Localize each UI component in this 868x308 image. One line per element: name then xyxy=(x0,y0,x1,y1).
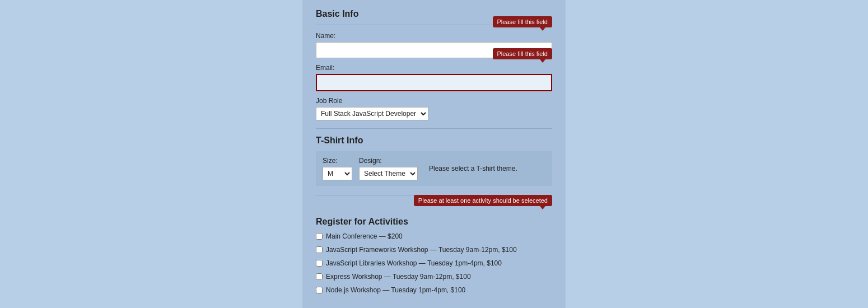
activity-label-1: Main Conference — $200 xyxy=(326,232,403,240)
tshirt-divider xyxy=(316,128,552,129)
name-label: Name: xyxy=(316,32,552,40)
tshirt-design-select[interactable]: Select Theme React Angular Vue Node.js xyxy=(359,167,418,180)
tshirt-box: Size: XS S M L XL XXL Design: xyxy=(316,151,552,186)
activities-divider: Please at least one activity should be s… xyxy=(316,195,552,195)
tshirt-hint: Please select a T-shirt theme. xyxy=(429,165,517,172)
activities-section: Register for Activities Main Conference … xyxy=(316,211,552,294)
tshirt-design-label: Design: xyxy=(359,157,418,165)
email-input[interactable] xyxy=(316,74,552,91)
activity-item-1: Main Conference — $200 xyxy=(316,232,552,240)
activities-title: Register for Activities xyxy=(316,211,552,227)
email-field-group: Please fill this field Email: xyxy=(316,64,552,91)
activity-item-2: JavaScript Frameworks Workshop — Tuesday… xyxy=(316,246,552,254)
activity-checkbox-2[interactable] xyxy=(316,246,323,253)
email-label: Email: xyxy=(316,64,552,72)
activity-label-5: Node.js Workshop — Tuesday 1pm-4pm, $100 xyxy=(326,286,465,294)
activity-checkbox-3[interactable] xyxy=(316,260,323,267)
tshirt-section: T-Shirt Info Size: XS S M L XL XXL xyxy=(316,136,552,186)
tshirt-size-select[interactable]: XS S M L XL XXL xyxy=(323,167,352,180)
activity-label-3: JavaScript Libraries Workshop — Tuesday … xyxy=(326,259,502,267)
activity-label-4: Express Workshop — Tuesday 9am-12pm, $10… xyxy=(326,273,471,281)
job-role-label: Job Role xyxy=(316,97,552,105)
email-error-tooltip: Please fill this field xyxy=(493,48,553,59)
name-error-tooltip: Please fill this field xyxy=(493,16,553,27)
job-role-field-group: Job Role Full Stack JavaScript Developer… xyxy=(316,97,552,120)
tshirt-row: Size: XS S M L XL XXL Design: xyxy=(323,157,545,180)
job-role-select[interactable]: Full Stack JavaScript Developer Frontend… xyxy=(316,107,428,120)
activities-error-tooltip: Please at least one activity should be s… xyxy=(414,195,552,206)
activity-item-5: Node.js Workshop — Tuesday 1pm-4pm, $100 xyxy=(316,286,552,294)
tshirt-design-col: Design: Select Theme React Angular Vue N… xyxy=(359,157,418,180)
activity-label-2: JavaScript Frameworks Workshop — Tuesday… xyxy=(326,246,517,254)
activity-checkbox-5[interactable] xyxy=(316,287,323,293)
page-wrapper: Basic Info Please fill this field Name: … xyxy=(0,0,868,308)
tshirt-size-label: Size: xyxy=(323,157,352,165)
form-container: Basic Info Please fill this field Name: … xyxy=(302,0,566,308)
tshirt-size-col: Size: XS S M L XL XXL xyxy=(323,157,352,180)
tshirt-title: T-Shirt Info xyxy=(316,136,552,146)
activity-checkbox-1[interactable] xyxy=(316,233,323,240)
activity-checkbox-4[interactable] xyxy=(316,273,323,280)
activity-item-4: Express Workshop — Tuesday 9am-12pm, $10… xyxy=(316,273,552,281)
activity-item-3: JavaScript Libraries Workshop — Tuesday … xyxy=(316,259,552,267)
